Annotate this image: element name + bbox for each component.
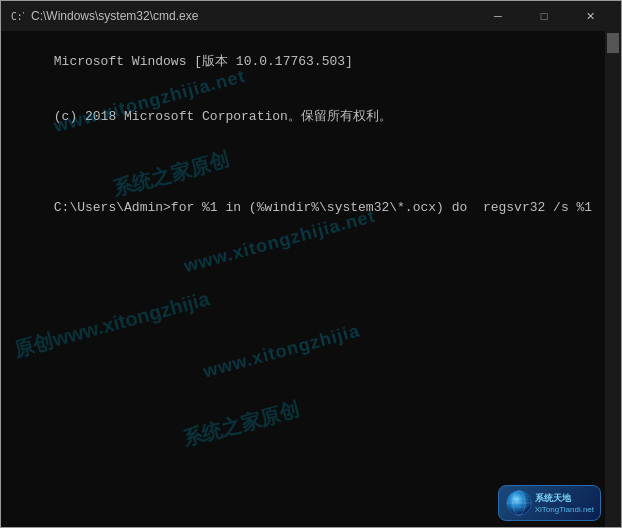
bottom-badge: 系统天地 XiTongTiandi.net [498, 485, 601, 521]
terminal-body[interactable]: Microsoft Windows [版本 10.0.17763.503] (c… [1, 31, 621, 527]
watermark-3: www.xitongzhijia [201, 320, 362, 382]
terminal-line-2: (c) 2018 Microsoft Corporation。保留所有权利。 [54, 109, 392, 124]
svg-text:C:\: C:\ [11, 11, 24, 22]
terminal-line-4: C:\Users\Admin>for %1 in (%windir%\syste… [54, 200, 592, 215]
maximize-button[interactable]: □ [521, 1, 567, 31]
cmd-icon: C:\ [9, 8, 25, 24]
title-bar-left: C:\ C:\Windows\system32\cmd.exe [9, 8, 198, 24]
terminal-line-1: Microsoft Windows [版本 10.0.17763.503] [54, 54, 353, 69]
badge-labels: 系统天地 XiTongTiandi.net [535, 492, 594, 514]
badge-bottom-label: XiTongTiandi.net [535, 505, 594, 514]
watermark-cn-2: 原创www.xitongzhijia [11, 285, 213, 363]
title-bar-controls: ─ □ ✕ [475, 1, 613, 31]
scrollbar-thumb[interactable] [607, 33, 619, 53]
title-bar: C:\ C:\Windows\system32\cmd.exe ─ □ ✕ [1, 1, 621, 31]
window-title: C:\Windows\system32\cmd.exe [31, 9, 198, 23]
scrollbar[interactable] [605, 31, 621, 527]
watermark-cn-3: 系统之家原创 [180, 396, 303, 453]
badge-globe-icon [505, 489, 533, 517]
cmd-window: C:\ C:\Windows\system32\cmd.exe ─ □ ✕ Mi… [0, 0, 622, 528]
terminal-output: Microsoft Windows [版本 10.0.17763.503] (c… [7, 35, 615, 235]
minimize-button[interactable]: ─ [475, 1, 521, 31]
badge-top-label: 系统天地 [535, 492, 594, 505]
close-button[interactable]: ✕ [567, 1, 613, 31]
